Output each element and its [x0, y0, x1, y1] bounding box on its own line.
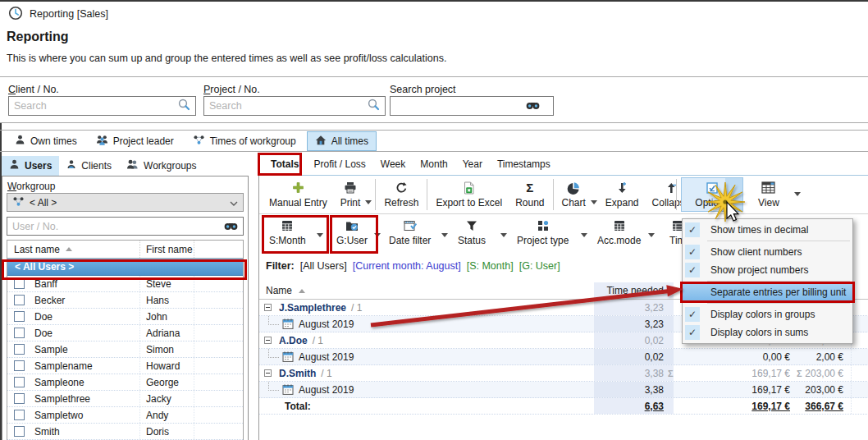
menu-item-display-colors-in-groups[interactable]: ✓ Display colors in groups	[683, 305, 852, 323]
user-row[interactable]: DoeJohn	[7, 309, 243, 325]
user-row[interactable]: BeckerHans	[7, 292, 243, 309]
user-row[interactable]: SampletwoAndy	[7, 407, 243, 424]
tab-totals[interactable]: Totals	[263, 155, 306, 173]
tab-project-leader[interactable]: Project leader	[88, 131, 182, 151]
month-row[interactable]: August 2019 0,02 0,00 € 2,00 €	[259, 349, 868, 365]
refresh-button[interactable]: Refresh	[377, 177, 425, 212]
user-checkbox[interactable]	[14, 410, 25, 420]
menu-item-show-project-numbers[interactable]: ✓ Show project numbers	[683, 261, 852, 279]
export-to-excel-button[interactable]: Export to Excel	[429, 177, 509, 212]
pie-chart-icon	[567, 181, 580, 195]
group-mode-caret[interactable]	[374, 233, 381, 237]
tab-clients[interactable]: Clients	[59, 156, 119, 176]
user-row[interactable]: SamplethreeJacky	[7, 391, 243, 407]
project-search-field[interactable]	[203, 96, 386, 116]
menu-item-separate-entries-per-billing-unit[interactable]: Separate entries per billing unit	[683, 283, 852, 301]
filter-month: [Current month: August]	[353, 260, 461, 272]
user-search-input[interactable]	[12, 221, 224, 232]
month-row[interactable]: August 2019 3,38 169,17 € 203,00 €	[259, 382, 868, 398]
user-row[interactable]: SamplenameHoward	[7, 358, 243, 374]
user-row[interactable]: BanffSteve	[7, 276, 243, 292]
user-checkbox[interactable]	[14, 311, 25, 322]
chart-dropdown-caret[interactable]	[591, 200, 597, 204]
sum-mode-caret[interactable]	[317, 233, 323, 237]
tab-all-times[interactable]: All times	[307, 131, 377, 151]
tab-week[interactable]: Week	[373, 155, 413, 173]
sort-asc-icon	[66, 247, 72, 251]
page-description: This is where you can sum up and group t…	[7, 53, 446, 64]
user-checkbox[interactable]	[14, 328, 25, 338]
column-first-name[interactable]: First name	[139, 241, 194, 258]
tab-times-of-workgroup[interactable]: Times of workgroup	[185, 131, 304, 151]
chart-button[interactable]: Chart	[555, 177, 592, 212]
user-row[interactable]: DoeAdriana	[7, 325, 243, 341]
user-checkbox[interactable]	[14, 344, 25, 355]
acc-mode-button[interactable]: Acc.mode	[592, 217, 646, 248]
manual-entry-button[interactable]: Manual Entry	[263, 177, 334, 212]
menu-item-show-times-in-decimal[interactable]: ✓ Show times in decimal	[683, 221, 852, 239]
tab-own-times[interactable]: Own times	[7, 131, 85, 151]
client-search-field[interactable]	[8, 96, 196, 116]
user-checkbox[interactable]	[14, 360, 25, 371]
sigma-icon: Σ	[526, 181, 533, 195]
group-row[interactable]: D.Smith/ 1 3,38 Σ169,17 € Σ203,00 €	[259, 365, 868, 382]
acc-mode-caret[interactable]	[648, 233, 655, 237]
view-button[interactable]: View	[752, 177, 786, 212]
user-checkbox[interactable]	[14, 377, 25, 387]
tab-workgroups[interactable]: Workgroups	[119, 156, 203, 176]
check-icon: ✓	[685, 222, 700, 237]
tab-users[interactable]: Users	[2, 156, 59, 176]
collapse-node-icon[interactable]	[264, 369, 272, 377]
project-type-button[interactable]: Project type	[512, 217, 573, 248]
options-button[interactable]: Options	[681, 177, 743, 212]
sort-asc-icon	[299, 289, 305, 293]
menu-item-show-client-numbers[interactable]: ✓ Show client numbers	[683, 243, 852, 261]
home-icon	[315, 135, 327, 148]
user-checkbox[interactable]	[14, 426, 25, 437]
check-icon: ✓	[685, 325, 700, 340]
page-title: Reporting	[7, 30, 69, 44]
workgroup-select[interactable]: < All >	[7, 193, 244, 212]
all-users-row[interactable]: < All Users >	[7, 259, 243, 276]
user-row[interactable]: SampleoneGeorge	[7, 374, 243, 391]
user-table-header[interactable]: Last name First name	[7, 241, 243, 259]
tab-timestamps[interactable]: Timestamps	[490, 155, 558, 173]
user-row[interactable]: SmithDoris	[7, 424, 243, 440]
expand-button[interactable]: Expand	[599, 177, 646, 212]
column-last-name[interactable]: Last name	[7, 244, 139, 255]
user-row[interactable]: SampleSimon	[7, 341, 243, 358]
status-caret[interactable]	[500, 233, 507, 237]
view-dropdown-caret[interactable]	[794, 192, 801, 196]
date-filter-caret[interactable]	[441, 233, 448, 237]
tab-profit-loss[interactable]: Profit / Loss	[306, 155, 372, 173]
tab-month[interactable]: Month	[413, 155, 455, 173]
column-time-needed[interactable]: Time needed	[594, 282, 674, 299]
user-search-field[interactable]	[7, 217, 244, 236]
window-top-border	[0, 0, 868, 2]
print-button[interactable]: Print	[334, 177, 368, 212]
round-button[interactable]: Σ Round	[509, 177, 550, 212]
project-type-caret[interactable]	[581, 233, 587, 237]
sum-mode-button[interactable]: S:Month	[264, 217, 311, 248]
check-icon: ✓	[685, 245, 700, 259]
collapse-node-icon[interactable]	[264, 337, 272, 344]
search-project-input[interactable]	[395, 100, 526, 112]
search-project-field[interactable]	[390, 96, 554, 116]
search-project-label: Search project	[390, 84, 456, 95]
print-dropdown-caret[interactable]	[365, 200, 372, 204]
client-search-input[interactable]	[14, 100, 178, 112]
collapse-node-icon[interactable]	[264, 304, 272, 311]
scope-tab-bar: Own times Project leader Times of workgr…	[0, 130, 868, 152]
status-button[interactable]: Status	[453, 217, 491, 248]
user-checkbox[interactable]	[14, 278, 25, 289]
column-name[interactable]: Name	[259, 285, 305, 296]
project-search-input[interactable]	[209, 100, 368, 112]
user-checkbox[interactable]	[14, 295, 25, 305]
date-filter-button[interactable]: Date filter	[384, 217, 436, 248]
user-checkbox[interactable]	[14, 393, 25, 404]
calendar-icon	[282, 384, 294, 395]
check-icon: ✓	[685, 263, 700, 277]
menu-item-display-colors-in-sums[interactable]: ✓ Display colors in sums	[683, 323, 852, 341]
group-mode-button[interactable]: G:User	[331, 217, 372, 248]
tab-year[interactable]: Year	[455, 155, 490, 173]
